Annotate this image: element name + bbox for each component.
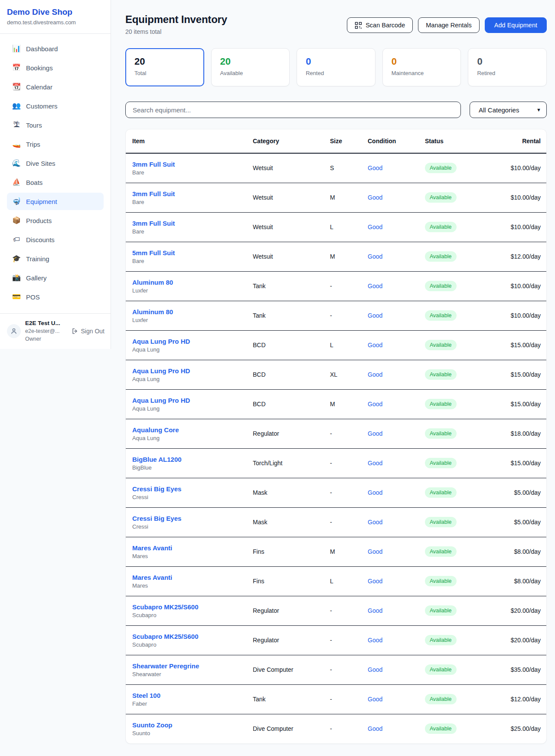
- sidebar-item-discounts[interactable]: 🏷 Discounts: [7, 231, 104, 248]
- manage-rentals-button[interactable]: Manage Rentals: [418, 17, 480, 33]
- item-condition-link[interactable]: Good: [368, 224, 382, 230]
- item-category: Wetsuit: [253, 183, 330, 212]
- item-category: Regulator: [253, 625, 330, 655]
- item-condition-link[interactable]: Good: [368, 548, 382, 555]
- item-name-link[interactable]: Aluminum 80: [132, 279, 173, 286]
- item-name-link[interactable]: Mares Avanti: [132, 574, 172, 581]
- table-row: Cressi Big Eyes Cressi Mask - Good Avail…: [126, 507, 547, 537]
- item-name-link[interactable]: Mares Avanti: [132, 544, 172, 552]
- item-name-link[interactable]: 3mm Full Suit: [132, 220, 175, 227]
- item-condition-link[interactable]: Good: [368, 342, 382, 348]
- status-badge: Available: [425, 487, 457, 498]
- stat-label: Rented: [306, 70, 366, 76]
- item-name-link[interactable]: Shearwater Peregrine: [132, 662, 199, 670]
- item-name-link[interactable]: Cressi Big Eyes: [132, 515, 181, 522]
- item-size: -: [330, 714, 368, 743]
- item-rental: $15.00/day: [482, 389, 547, 419]
- search-input[interactable]: [125, 102, 461, 118]
- stat-card-retired[interactable]: 0 Retired: [468, 48, 547, 86]
- item-size: M: [330, 183, 368, 212]
- item-category: Regulator: [253, 419, 330, 448]
- stat-card-available[interactable]: 20 Available: [211, 48, 290, 86]
- item-condition-link[interactable]: Good: [368, 666, 382, 673]
- item-name-link[interactable]: Steel 100: [132, 692, 160, 699]
- item-name-link[interactable]: Aluminum 80: [132, 308, 173, 316]
- status-badge: Available: [425, 310, 457, 321]
- sidebar-item-customers[interactable]: 👥 Customers: [7, 97, 104, 115]
- table-row: Cressi Big Eyes Cressi Mask - Good Avail…: [126, 478, 547, 507]
- item-condition-link[interactable]: Good: [368, 253, 382, 260]
- column-header-item: Item: [126, 129, 253, 153]
- sidebar-item-label: POS: [26, 293, 40, 301]
- item-condition-link[interactable]: Good: [368, 489, 382, 496]
- item-condition-link[interactable]: Good: [368, 430, 382, 437]
- item-category: Dive Computer: [253, 714, 330, 743]
- sign-out-button[interactable]: Sign Out: [72, 328, 104, 335]
- sidebar-item-label: Training: [26, 255, 49, 263]
- item-condition-link[interactable]: Good: [368, 312, 382, 319]
- sidebar-item-products[interactable]: 📦 Products: [7, 212, 104, 229]
- sidebar-nav: 📊 Dashboard 📅 Bookings 📆 Calendar 👥 Cust…: [0, 34, 111, 313]
- item-name-link[interactable]: Aqualung Core: [132, 426, 179, 434]
- sidebar-item-gallery[interactable]: 📸 Gallery: [7, 269, 104, 286]
- item-condition-link[interactable]: Good: [368, 401, 382, 408]
- item-name-link[interactable]: 3mm Full Suit: [132, 161, 175, 168]
- sidebar-item-label: Equipment: [26, 198, 57, 205]
- sidebar-item-boats[interactable]: ⛵ Boats: [7, 174, 104, 191]
- item-condition-link[interactable]: Good: [368, 607, 382, 614]
- category-select[interactable]: All Categories ▼: [470, 102, 547, 118]
- status-badge: Available: [425, 222, 457, 232]
- item-condition-link[interactable]: Good: [368, 725, 382, 732]
- item-name-link[interactable]: BigBlue AL1200: [132, 456, 182, 463]
- status-badge: Available: [425, 694, 457, 704]
- sidebar-item-dashboard[interactable]: 📊 Dashboard: [7, 40, 104, 57]
- item-condition-link[interactable]: Good: [368, 519, 382, 526]
- sidebar-item-pos[interactable]: 💳 POS: [7, 288, 104, 306]
- item-name-link[interactable]: Aqua Lung Pro HD: [132, 367, 190, 375]
- island-icon: 🏝: [12, 121, 21, 129]
- status-badge: Available: [425, 664, 457, 675]
- item-name-link[interactable]: Aqua Lung Pro HD: [132, 338, 190, 345]
- item-size: -: [330, 507, 368, 537]
- item-condition-link[interactable]: Good: [368, 637, 382, 644]
- stat-card-maintenance[interactable]: 0 Maintenance: [382, 48, 461, 86]
- item-condition-link[interactable]: Good: [368, 460, 382, 467]
- item-brand: Bare: [132, 258, 253, 264]
- item-name-link[interactable]: Scubapro MK25/S600: [132, 603, 199, 611]
- scan-barcode-button[interactable]: Scan Barcode: [347, 17, 413, 33]
- item-condition-link[interactable]: Good: [368, 194, 382, 201]
- sidebar-item-equipment[interactable]: 🤿 Equipment: [7, 193, 104, 210]
- item-name-link[interactable]: Cressi Big Eyes: [132, 485, 181, 493]
- item-condition-link[interactable]: Good: [368, 371, 382, 378]
- item-brand: Suunto: [132, 730, 253, 736]
- column-header-size: Size: [330, 129, 368, 153]
- stat-card-total[interactable]: 20 Total: [125, 48, 204, 86]
- sidebar-item-dive-sites[interactable]: 🌊 Dive Sites: [7, 154, 104, 172]
- item-name-link[interactable]: Scubapro MK25/S600: [132, 633, 199, 640]
- sidebar-item-bookings[interactable]: 📅 Bookings: [7, 59, 104, 76]
- stat-label: Available: [220, 70, 281, 76]
- sidebar: Demo Dive Shop demo.test.divestreams.com…: [0, 0, 111, 349]
- sidebar-item-label: Dashboard: [26, 45, 58, 53]
- brand-block: Demo Dive Shop demo.test.divestreams.com: [0, 0, 111, 34]
- sidebar-item-training[interactable]: 🎓 Training: [7, 250, 104, 267]
- brand-title: Demo Dive Shop: [7, 7, 104, 18]
- item-condition-link[interactable]: Good: [368, 696, 382, 703]
- stat-label: Maintenance: [392, 70, 452, 76]
- item-condition-link[interactable]: Good: [368, 164, 382, 171]
- manage-rentals-label: Manage Rentals: [426, 22, 472, 29]
- add-equipment-button[interactable]: Add Equipment: [485, 17, 547, 33]
- item-name-link[interactable]: 5mm Full Suit: [132, 249, 175, 256]
- item-name-link[interactable]: Aqua Lung Pro HD: [132, 397, 190, 404]
- column-header-category: Category: [253, 129, 330, 153]
- sidebar-item-calendar[interactable]: 📆 Calendar: [7, 78, 104, 95]
- item-condition-link[interactable]: Good: [368, 283, 382, 289]
- item-name-link[interactable]: 3mm Full Suit: [132, 190, 175, 197]
- item-condition-link[interactable]: Good: [368, 578, 382, 585]
- item-brand: Luxfer: [132, 287, 253, 294]
- sidebar-item-trips[interactable]: 🚤 Trips: [7, 135, 104, 153]
- item-brand: Cressi: [132, 523, 253, 530]
- stat-card-rented[interactable]: 0 Rented: [297, 48, 375, 86]
- sidebar-item-tours[interactable]: 🏝 Tours: [7, 116, 104, 134]
- item-name-link[interactable]: Suunto Zoop: [132, 721, 172, 729]
